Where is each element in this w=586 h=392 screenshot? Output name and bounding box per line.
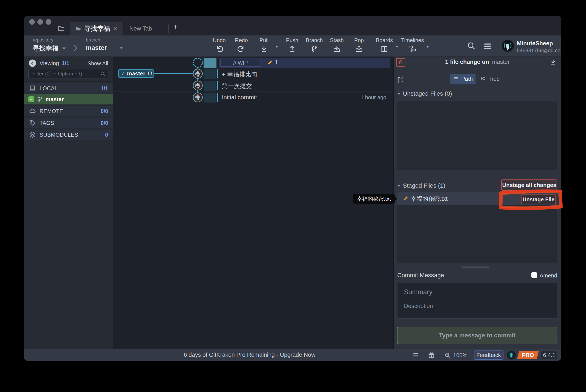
branch-button[interactable]: Branch (302, 37, 326, 53)
unstage-file-button[interactable]: Unstage File (521, 194, 556, 204)
feedback-button[interactable]: Feedback (474, 350, 504, 360)
amend-checkbox[interactable] (532, 272, 537, 278)
push-button[interactable]: Push (280, 37, 304, 53)
traffic-light-close[interactable] (29, 19, 35, 25)
commit-node[interactable] (193, 92, 203, 102)
commit-color-bar (217, 70, 218, 78)
commit-message-label: Commit Message (397, 272, 444, 279)
traffic-light-zoom[interactable] (46, 19, 51, 25)
download-patch-icon[interactable] (550, 59, 557, 66)
panel-resize-handle[interactable] (462, 266, 490, 268)
boards-button[interactable]: Boards (372, 37, 396, 53)
sidebar-item-branch-master[interactable]: ✓ master (24, 94, 113, 104)
pop-button[interactable]: Pop (347, 37, 371, 53)
repository-dropdown[interactable]: 寻找幸福 (33, 44, 66, 53)
modified-pencil-icon (403, 195, 409, 201)
account-name[interactable]: MinuteSheep (517, 40, 553, 47)
redo-icon (238, 45, 245, 53)
commit-button[interactable]: Type a message to commit (397, 327, 558, 344)
pull-options-caret-icon[interactable] (275, 46, 278, 48)
timelines-button[interactable]: Timelines (401, 37, 424, 53)
boards-caret-icon[interactable] (395, 46, 398, 48)
tree-view-icon (480, 76, 486, 82)
sidebar-item-local[interactable]: LOCAL 1/1 (24, 83, 113, 94)
zoom-icon[interactable] (444, 352, 451, 359)
new-tab-plus-button[interactable]: + (173, 22, 178, 31)
pull-button[interactable]: Pull (252, 37, 276, 53)
wip-pill[interactable]: // WIP (220, 59, 261, 67)
commit-message[interactable]: Initial commit (222, 94, 257, 101)
timelines-caret-icon[interactable] (426, 46, 429, 48)
account-email: 546331759@qq.com (517, 48, 561, 54)
commit-node[interactable] (193, 69, 203, 79)
description-input[interactable]: Description (404, 303, 433, 310)
ref-filter[interactable] (28, 69, 108, 78)
unstaged-files-list (397, 102, 558, 170)
tab-path-view[interactable]: Path (450, 74, 476, 84)
wip-pencil-icon (267, 60, 273, 66)
graph-cell (204, 93, 216, 102)
amend-label: Amend (540, 272, 557, 279)
file-change-branch: master (492, 59, 510, 65)
pro-trial-message[interactable]: 6 days of GitKraken Pro Remaining - Upgr… (184, 352, 315, 358)
changelog-list-icon[interactable] (412, 352, 419, 359)
sort-files-icon[interactable]: AZ (396, 75, 404, 84)
tab-bar: 寻找幸福 × New Tab + (24, 16, 561, 36)
staged-file-row[interactable]: 幸福的秘密.txt Unstage File (397, 192, 558, 205)
tab-tree-view[interactable]: Tree (476, 74, 504, 84)
undo-button[interactable]: Undo (208, 37, 231, 53)
zoom-level[interactable]: 100% (453, 352, 468, 359)
branch-visible-checkbox[interactable]: ✓ (28, 96, 34, 102)
toolbar-separator (371, 39, 371, 53)
caret-down-icon (120, 47, 123, 49)
sidebar-item-submodules[interactable]: SUBMODULES 0 (24, 130, 113, 140)
pop-icon (355, 45, 363, 53)
avatar[interactable] (502, 40, 514, 52)
left-sidebar: Viewing 1/1 Show All LOCAL 1/1 ✓ master (24, 57, 113, 349)
tab-new-tab[interactable]: New Tab (130, 22, 162, 36)
open-repo-folder-icon[interactable] (58, 25, 65, 32)
tag-icon (29, 119, 36, 126)
search-icon[interactable] (466, 41, 476, 50)
unstage-all-button[interactable]: Unstage all changes (501, 180, 557, 191)
branch-label: branch (86, 37, 100, 43)
pro-badge[interactable]: PRO (517, 351, 539, 359)
traffic-light-minimize[interactable] (38, 19, 43, 25)
commit-message[interactable]: + 幸福排比句 (222, 70, 257, 78)
sidebar-item-remote[interactable]: REMOTE 0/0 (24, 106, 113, 116)
stash-button[interactable]: Stash (325, 37, 349, 53)
summary-input[interactable]: Summary (404, 288, 432, 296)
commit-message[interactable]: 第一次提交 (222, 82, 252, 90)
tab-close-icon[interactable]: × (114, 25, 117, 32)
menu-icon[interactable] (483, 42, 492, 50)
svg-text:Z: Z (401, 80, 403, 84)
file-change-summary: 1 file change on (445, 59, 489, 65)
app-window: 寻找幸福 × New Tab + repository 寻找幸福 branch … (24, 16, 561, 360)
pull-icon (260, 45, 268, 53)
gitkraken-squid-logo[interactable] (507, 350, 516, 360)
undo-icon (216, 45, 223, 53)
sidebar-item-tags[interactable]: TAGS 0/0 (24, 118, 113, 128)
staged-file-name[interactable]: 幸福的秘密.txt (411, 195, 448, 203)
commit-node[interactable] (193, 80, 203, 90)
back-icon[interactable] (29, 60, 36, 67)
unstaged-files-header[interactable]: Unstaged Files (0) (397, 90, 452, 97)
push-icon (288, 45, 296, 53)
wip-node[interactable] (193, 58, 203, 68)
branch-dropdown[interactable]: master (86, 44, 123, 51)
tab-active[interactable]: 寻找幸福 × (70, 22, 122, 36)
commit-graph: // WIP 1 ✓ master (113, 57, 394, 349)
filter-input[interactable] (28, 69, 108, 78)
commit-message-editor[interactable]: Summary Description (397, 282, 558, 319)
show-all-button[interactable]: Show All (88, 60, 108, 66)
viewing-label: Viewing (40, 60, 59, 66)
graph-cell (204, 69, 216, 79)
checked-out-check-icon: ✓ (121, 71, 125, 76)
master-branch-pill[interactable]: ✓ master (118, 69, 154, 78)
sidebar-divider (24, 82, 113, 82)
gift-icon[interactable] (428, 352, 435, 359)
redo-button[interactable]: Redo (230, 37, 253, 53)
filter-search-icon (100, 71, 106, 77)
laptop-icon (29, 85, 36, 92)
staged-files-header[interactable]: Staged Files (1) (397, 182, 446, 189)
